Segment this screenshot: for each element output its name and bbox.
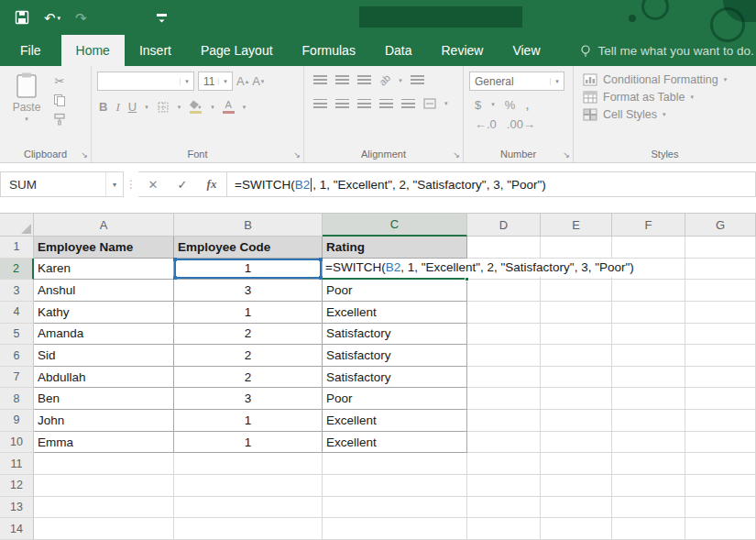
cell-E6[interactable] — [541, 345, 612, 367]
cell-B4[interactable]: 1 — [174, 302, 323, 324]
cell-D3[interactable] — [467, 280, 541, 302]
cell-E9[interactable] — [541, 410, 612, 432]
number-format-select[interactable]: General ▾ — [469, 72, 564, 91]
cell-F5[interactable] — [612, 324, 685, 346]
wrap-text-button[interactable] — [411, 75, 424, 85]
cell-E3[interactable] — [541, 280, 612, 302]
cell-C1[interactable]: Rating — [323, 237, 467, 259]
row-header-5[interactable]: 5 — [0, 324, 34, 346]
format-painter-icon[interactable] — [53, 113, 66, 126]
cell-A14[interactable] — [34, 518, 174, 540]
name-box[interactable]: SUM ▾ — [0, 171, 124, 197]
cell-F8[interactable] — [612, 388, 685, 410]
increase-indent-button[interactable] — [401, 99, 415, 109]
currency-format-button[interactable]: $ — [475, 99, 481, 111]
copy-icon[interactable] — [53, 94, 66, 106]
cell-A12[interactable] — [34, 475, 174, 497]
align-bottom-button[interactable] — [357, 75, 371, 85]
align-left-button[interactable] — [313, 99, 327, 109]
cell-A5[interactable]: Amanda — [34, 324, 174, 346]
cell-A6[interactable]: Sid — [34, 345, 174, 367]
column-header-E[interactable]: E — [541, 214, 612, 237]
cell-B10[interactable]: 1 — [174, 432, 323, 454]
cell-D8[interactable] — [467, 388, 541, 410]
percent-format-button[interactable]: % — [505, 99, 516, 111]
cell-B11[interactable] — [174, 453, 323, 475]
cell-E12[interactable] — [541, 475, 612, 497]
tell-me-box[interactable]: Tell me what you want to do. — [579, 35, 754, 66]
cell-G14[interactable] — [685, 518, 756, 540]
bold-button[interactable]: B — [99, 101, 107, 113]
cell-D5[interactable] — [467, 324, 541, 346]
cell-F11[interactable] — [612, 453, 685, 475]
cell-B12[interactable] — [174, 475, 323, 497]
cell-E8[interactable] — [541, 388, 612, 410]
select-all-corner[interactable] — [0, 214, 34, 237]
cell-D10[interactable] — [467, 432, 541, 454]
align-middle-button[interactable] — [335, 75, 349, 85]
cell-A11[interactable] — [34, 453, 174, 475]
cell-A9[interactable]: John — [34, 410, 174, 432]
format-as-table-button[interactable]: Format as Table ▾ — [583, 91, 752, 104]
decrease-font-size-button[interactable]: A▾ — [252, 75, 264, 87]
row-header-4[interactable]: 4 — [0, 302, 34, 324]
fill-handle[interactable] — [465, 277, 469, 281]
cell-D14[interactable] — [467, 518, 541, 540]
cell-F1[interactable] — [612, 237, 685, 259]
cell-F7[interactable] — [612, 367, 685, 389]
cell-G4[interactable] — [685, 302, 756, 324]
cell-B14[interactable] — [174, 518, 323, 540]
cell-E1[interactable] — [541, 237, 612, 259]
cut-icon[interactable]: ✂ — [53, 75, 66, 87]
cell-G9[interactable] — [685, 410, 756, 432]
enter-icon[interactable]: ✓ — [168, 172, 197, 196]
tab-data[interactable]: Data — [370, 35, 427, 66]
cell-G5[interactable] — [685, 324, 756, 346]
fill-color-button[interactable] — [189, 100, 203, 114]
column-header-A[interactable]: A — [34, 214, 174, 237]
cell-C7[interactable]: Satisfactory — [323, 367, 467, 389]
font-dialog-launcher-icon[interactable]: ↘ — [293, 151, 301, 160]
cell-D12[interactable] — [467, 475, 541, 497]
cell-C4[interactable]: Excellent — [323, 302, 467, 324]
align-center-button[interactable] — [335, 99, 349, 109]
cell-A8[interactable]: Ben — [34, 388, 174, 410]
cell-B3[interactable]: 3 — [174, 280, 323, 302]
formula-input[interactable]: =SWITCH(B2, 1, "Excellent", 2, "Satisfac… — [227, 171, 756, 197]
save-icon[interactable] — [15, 10, 29, 25]
cell-C5[interactable]: Satisfactory — [323, 324, 467, 346]
cell-C3[interactable]: Poor — [323, 280, 467, 302]
paste-button[interactable]: Paste ▾ — [5, 72, 48, 146]
cell-C14[interactable] — [323, 518, 467, 540]
cell-F13[interactable] — [612, 497, 685, 519]
clipboard-dialog-launcher-icon[interactable]: ↘ — [81, 151, 88, 160]
cell-F14[interactable] — [612, 518, 685, 540]
row-header-6[interactable]: 6 — [0, 345, 34, 367]
customize-quick-access-toolbar-button[interactable] — [155, 11, 169, 25]
tab-view[interactable]: View — [498, 35, 554, 66]
cell-F9[interactable] — [612, 410, 685, 432]
row-header-8[interactable]: 8 — [0, 388, 34, 410]
borders-button[interactable] — [157, 101, 170, 114]
row-header-14[interactable]: 14 — [0, 518, 34, 540]
alignment-dialog-launcher-icon[interactable]: ↘ — [453, 151, 460, 160]
column-header-B[interactable]: B — [174, 214, 323, 237]
row-header-11[interactable]: 11 — [0, 453, 34, 475]
insert-function-icon[interactable]: fx — [197, 172, 226, 196]
cell-F3[interactable] — [612, 280, 685, 302]
cell-D6[interactable] — [467, 345, 541, 367]
formula-bar-drag-handle[interactable]: ⋮ — [124, 171, 138, 197]
row-header-13[interactable]: 13 — [0, 497, 34, 519]
undo-button[interactable]: ↶ ▾ — [44, 11, 60, 25]
cell-G8[interactable] — [685, 388, 756, 410]
row-header-12[interactable]: 12 — [0, 475, 34, 497]
cell-C11[interactable] — [323, 453, 467, 475]
cell-B2[interactable]: 1 — [174, 259, 323, 281]
cell-F6[interactable] — [612, 345, 685, 367]
tab-insert[interactable]: Insert — [125, 35, 186, 66]
cell-E11[interactable] — [541, 453, 612, 475]
font-size-select[interactable]: 11 ▾ — [198, 72, 233, 91]
cell-D1[interactable] — [467, 237, 541, 259]
cell-C12[interactable] — [323, 475, 467, 497]
cell-F4[interactable] — [612, 302, 685, 324]
